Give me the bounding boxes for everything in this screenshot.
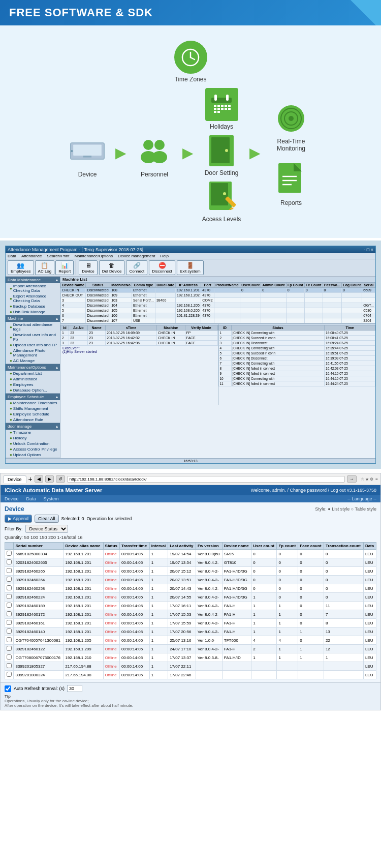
sidebar-header-maint[interactable]: Maintenance/Options ▴ [6,364,60,371]
append-btn[interactable]: ▶ Append [5,515,32,523]
amp-menu-data[interactable]: Data [8,254,16,258]
del-device-btn[interactable]: 🗑Del Device [99,260,125,275]
iclock-device-row[interactable]: 3929182460265192.168.1.201Offline00:00:1… [5,567,376,576]
machine-row[interactable]: CHECK OUTDisconnected109Ethernet192.168.… [61,293,375,298]
sidebar-dept[interactable]: ● Department List [6,371,60,376]
row-checkbox[interactable] [7,585,12,590]
event-row[interactable]: 323232018-07-25 16:42:36CHECK INFACE [61,341,218,346]
machine-row[interactable]: 7Disconnected107USB3204 [61,318,375,323]
connect-btn[interactable]: 🔗Connect [126,260,147,275]
sidebar-employees[interactable]: ● Employees [6,382,60,387]
clear-all-btn[interactable]: Clear All [35,515,59,523]
machine-row[interactable]: 3Disconnected103Serial Port/...38400COM2 [61,298,375,303]
machine-row[interactable]: CHECK INDisconnected108Ethernet192.168.1… [61,288,375,293]
amp-menu-maintenance[interactable]: Maintenance/Options [74,254,113,258]
sidebar-usb[interactable]: ● Usb Disk Manage [6,309,60,315]
iclock-device-row[interactable]: 3929182460172192.168.1.201Offline00:00:1… [5,610,376,619]
disconnect-btn[interactable]: ⛔Disconnect [149,260,175,275]
back-btn[interactable]: ◀ [35,475,43,483]
machine-row[interactable]: 6Disconnected106Ethernet101.81.228.39437… [61,313,375,318]
sidebar-access-ctrl[interactable]: ● Access Control Privilege [6,446,60,452]
refresh-btn[interactable]: ↺ [56,475,65,483]
iclock-device-row[interactable]: 3929182460258192.168.1.201Offline00:00:1… [5,584,376,593]
amp-menu-attendance[interactable]: Attendance [21,254,42,258]
aclog-tab[interactable]: 📋AC Log [35,260,55,275]
sidebar-shifts[interactable]: ● Shifts Management [6,406,60,411]
row-checkbox[interactable] [7,611,12,616]
sidebar-timetable[interactable]: ● Maintenance Timetables [6,400,60,406]
nav-device[interactable]: Device [5,496,19,501]
row-checkbox[interactable] [7,637,12,642]
sidebar-header-machine[interactable]: Machine ▴ [6,315,60,322]
row-checkbox[interactable] [7,646,12,651]
language-btn[interactable]: -- Language -- [347,496,376,501]
row-checkbox[interactable] [7,559,12,564]
style-options[interactable]: Style: ● List style ○ Table style [315,506,376,512]
sidebar-header-door[interactable]: door manage ▴ [6,423,60,430]
sidebar-dl-user[interactable]: ● Download user info and Fp [6,332,60,342]
row-checkbox[interactable] [7,551,12,556]
employees-tab[interactable]: 👥Employees [8,260,34,275]
row-checkbox[interactable] [7,654,12,660]
sidebar-photo[interactable]: ● Attendance Photo Management [6,348,60,358]
sidebar-db[interactable]: ● Database Option... [6,387,60,393]
url-bar[interactable] [67,476,345,483]
forward-btn[interactable]: ▶ [45,475,54,483]
row-checkbox[interactable] [7,594,12,599]
sidebar-upload-user[interactable]: ● Upload user info and FP [6,342,60,348]
machine-row[interactable]: 4Disconnected104Ethernet192.168.1.205437… [61,303,375,308]
sidebar-dl-logs[interactable]: ● Download attendance logs [6,322,60,332]
row-checkbox[interactable] [7,628,12,634]
iclock-device-row[interactable]: OGT7040057041300081192.168.1.205Offline0… [5,636,376,645]
row-checkbox[interactable] [7,577,12,582]
add-tab-btn[interactable]: + [28,475,33,483]
row-checkbox[interactable] [7,603,12,608]
browser-go-btn[interactable]: → [347,475,357,483]
sidebar-admin[interactable]: ● Administrator [6,376,60,382]
iclock-device-row[interactable]: OGT7080067073000176192.168.1.210Offline0… [5,653,376,662]
iclock-device-row[interactable]: 3929182460140192.168.1.201Offline00:00:1… [5,627,376,636]
iclock-device-row[interactable]: 3929182460224192.168.1.201Offline00:00:1… [5,593,376,602]
row-checkbox[interactable] [7,568,12,573]
evt-col-time: sTime [105,325,156,331]
row-checkbox[interactable] [7,663,12,668]
sidebar-holiday[interactable]: ● Holiday [6,435,60,441]
sidebar-att-rule[interactable]: ● Attendance Rule [6,417,60,423]
sidebar-header-sched[interactable]: Employee Schedule ▴ [6,394,60,400]
amp-menu-search[interactable]: Search/Print [47,254,69,258]
sidebar-emp-sched[interactable]: ● Employee Schedule [6,411,60,417]
event-row[interactable]: 223232018-07-25 16:42:32CHECK INFACE [61,336,218,341]
machine-row[interactable]: 5Disconnected105Ethernet192.168.0.205437… [61,308,375,313]
iclock-device-row[interactable]: 66691825000304192.168.1.201Offline00:00:… [5,550,376,558]
row-checkbox[interactable] [7,672,12,677]
iclock-device-row[interactable]: 3929182460189192.168.1.201Offline00:00:1… [5,602,376,610]
event-row[interactable]: 123232018-07-25 16:09:39CHECK INFP [61,331,218,336]
iclock-device-row[interactable]: 3929182460122192.168.1.209Offline00:00:1… [5,645,376,653]
sidebar-header-data[interactable]: Data Maintenance ▴ [6,277,60,283]
iclock-device-row[interactable]: 3929182460264192.168.1.201Offline00:00:1… [5,576,376,584]
sidebar-import[interactable]: ● Import Attendance Checking Data [6,283,60,293]
sidebar-backup[interactable]: ● Backup Database [6,304,60,309]
sidebar-timezone[interactable]: ● Timezone [6,430,60,435]
nav-data[interactable]: Data [26,496,36,501]
sidebar-unlock[interactable]: ● Unlock Combination [6,441,60,446]
auto-refresh-checkbox[interactable] [5,685,11,692]
iclock-device-row[interactable]: 3929182460161192.168.1.201Offline00:00:1… [5,619,376,627]
report-tab[interactable]: 📊Report [55,260,74,275]
nav-system[interactable]: System [44,496,59,501]
auto-refresh-input[interactable] [67,685,82,692]
sidebar-export[interactable]: ● Export Attendance Checking Data [6,293,60,304]
sidebar-ac[interactable]: ● AC Manage [6,358,60,364]
iclock-device-row[interactable]: 3399201800324217.65.194.88Offline00:00:1… [5,671,376,679]
device-btn[interactable]: 🖥Device [79,260,97,275]
browser-tab-device[interactable]: Device [3,475,26,483]
filter-select[interactable]: Device Status [25,525,68,533]
amp-menu-device[interactable]: Device management [118,254,155,258]
row-checkbox[interactable] [7,620,12,625]
browser-menu-btn[interactable]: ≡ [375,477,378,482]
amp-menu-help[interactable]: Help [160,254,168,258]
iclock-device-row[interactable]: 52031824002665192.168.1.201Offline00:00:… [5,558,376,567]
exit-btn[interactable]: 🚪Exit system [177,260,204,275]
iclock-device-row[interactable]: 3399201805327217.65.194.88Offline00:00:1… [5,662,376,671]
sidebar-upload-opt[interactable]: ● Upload Options [6,452,60,458]
